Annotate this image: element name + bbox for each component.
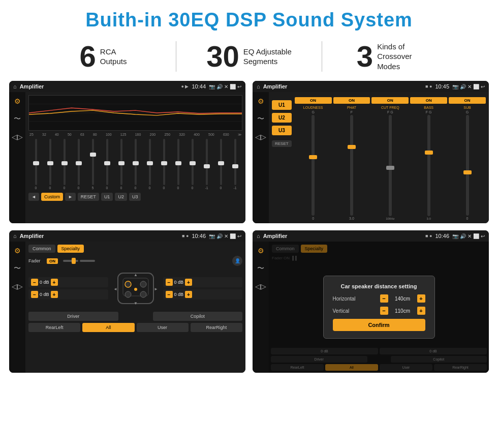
fader-sidebar-wave-icon[interactable]: 〜 <box>14 264 21 273</box>
cross-bass-header: ON <box>410 97 447 104</box>
spk-right2-val: 0 dB <box>174 292 184 297</box>
dialog-home-icon: ⌂ <box>257 233 260 239</box>
eq-status-icons: 📷 🔊 ✕ ⬜ ↩ <box>209 84 241 89</box>
fader-tab-specialty[interactable]: Specialty <box>57 245 84 253</box>
dialog-sidebar-wave-icon[interactable]: 〜 <box>257 264 264 273</box>
cross-loudness-slider[interactable] <box>312 115 315 216</box>
eq-u1-btn[interactable]: U1 <box>101 193 113 201</box>
cross-cutfreq-label: CUT FREQ <box>381 106 399 109</box>
dialog-status-icons: 📷 🔊 ✕ ⬜ ↩ <box>452 233 485 239</box>
fader-bottom-btns: Driver Copilot <box>28 312 242 321</box>
eq-u2-btn[interactable]: U2 <box>115 193 127 201</box>
spk-left2-plus[interactable]: + <box>51 291 58 298</box>
cross-sidebar-wave-icon[interactable]: 〜 <box>257 114 264 124</box>
eq-prev-btn[interactable]: ◄ <box>28 193 39 201</box>
svg-text:◄: ◄ <box>113 287 117 291</box>
fader-screen-content: Common Specialty Fader ON 👤 <box>25 242 245 373</box>
cross-time: 10:45 <box>435 83 449 89</box>
u-buttons-col: U1 U2 U3 RESET <box>272 95 292 220</box>
eq-reset-btn[interactable]: RESET <box>78 193 99 201</box>
eq-home-icon: ⌂ <box>13 83 17 89</box>
u1-button[interactable]: U1 <box>272 100 292 110</box>
cross-cutfreq-slider[interactable] <box>389 115 392 216</box>
fader-sidebar-eq-icon[interactable]: ⚙ <box>14 247 21 255</box>
eq-custom-btn[interactable]: Custom <box>41 193 63 201</box>
eq-sidebar-vol-icon[interactable]: ◁▷ <box>12 133 23 141</box>
dialog-horizontal-ctrl: − 140cm + <box>380 294 425 303</box>
eq-screen: ⌂ Amplifier ● ▶ 10:44 📷 🔊 ✕ ⬜ ↩ ⚙ 〜 ◁▷ <box>9 81 245 223</box>
dialog-horizontal-plus[interactable]: + <box>417 294 425 303</box>
dialog-confirm-button[interactable]: Confirm <box>333 319 425 331</box>
dialog-vertical-plus[interactable]: + <box>417 307 425 315</box>
cross-sidebar-eq-icon[interactable]: ⚙ <box>258 97 264 105</box>
stat-rca: 6 RCAOutputs <box>30 42 176 71</box>
cross-phat-slider[interactable] <box>350 115 353 216</box>
fader-person-icon: 👤 <box>235 258 240 263</box>
eq-sidebar-eq-icon[interactable]: ⚙ <box>14 97 21 105</box>
eq-slider-10: 0 <box>172 139 184 190</box>
dialog-vertical-label: Vertical <box>333 308 350 314</box>
dialog-sidebar-eq-icon[interactable]: ⚙ <box>258 247 264 255</box>
cross-sub-slider[interactable] <box>466 115 469 216</box>
cross-bass-slider[interactable] <box>427 115 430 216</box>
user-btn[interactable]: User <box>137 323 189 332</box>
eq-u3-btn[interactable]: U3 <box>129 193 141 201</box>
fader-home-icon: ⌂ <box>13 233 17 239</box>
fader-tab-common[interactable]: Common <box>28 245 55 253</box>
eq-slider-3: 0 <box>72 139 85 190</box>
dialog-sidebar-vol-icon[interactable]: ◁▷ <box>255 282 266 290</box>
rearleft-btn[interactable]: RearLeft <box>28 323 80 332</box>
eq-slider-5: 0 <box>101 139 113 190</box>
stat-eq-number: 30 <box>206 42 239 71</box>
dialog-screen-content: Common Specialty Fader ON ▐▐ Car speaker… <box>269 242 489 373</box>
spk-right1-minus[interactable]: − <box>166 279 173 286</box>
spk-left1-val: 0 dB <box>40 280 49 285</box>
fader-on-btn[interactable]: ON <box>47 258 58 264</box>
eq-slider-0: 0 <box>29 139 42 190</box>
eq-slider-11: 0 <box>186 139 199 190</box>
cross-bass-label: BASS <box>424 106 433 109</box>
eq-graph <box>28 95 242 131</box>
dialog-vertical-minus[interactable]: − <box>380 307 388 315</box>
u2-button[interactable]: U2 <box>272 113 292 123</box>
cross-loudness-header: ON <box>295 97 332 104</box>
eq-next-btn[interactable]: ► <box>65 193 76 201</box>
copilot-btn[interactable]: Copilot <box>153 312 243 321</box>
spk-ctrl-left1: − 0 dB + <box>28 277 108 287</box>
svg-point-7 <box>140 281 146 287</box>
eq-slider-8: 0 <box>143 139 156 190</box>
spk-right2-plus[interactable]: + <box>185 291 192 298</box>
all-btn[interactable]: All <box>82 323 134 332</box>
fader-status-icons: 📷 🔊 ✕ ⬜ ↩ <box>209 233 241 239</box>
spk-left1-plus[interactable]: + <box>51 279 58 286</box>
stat-rca-label: RCAOutputs <box>100 47 127 67</box>
rearright-btn[interactable]: RearRight <box>191 323 242 332</box>
eq-sidebar-wave-icon[interactable]: 〜 <box>14 114 21 124</box>
spk-ctrl-right1: − 0 dB + <box>163 277 243 287</box>
spk-right1-plus[interactable]: + <box>185 279 192 286</box>
eq-freq-labels: 25 32 40 50 63 80 100 125 160 200 250 32… <box>28 133 242 137</box>
screens-grid: ⌂ Amplifier ● ▶ 10:44 📷 🔊 ✕ ⬜ ↩ ⚙ 〜 ◁▷ <box>0 81 498 378</box>
dialog-title-bar: Amplifier <box>263 233 422 239</box>
fader-sidebar-vol-icon[interactable]: ◁▷ <box>12 282 23 290</box>
eq-bottom-bar: ◄ Custom ► RESET U1 U2 U3 <box>28 193 242 201</box>
dialog-horizontal-minus[interactable]: − <box>380 294 388 303</box>
spk-right2-minus[interactable]: − <box>166 291 173 298</box>
eq-slider-1: 0 <box>44 139 56 190</box>
spk-left2-val: 0 dB <box>40 292 49 297</box>
cross-col-loudness: ON LOUDNESS G 0 <box>295 97 332 220</box>
driver-btn[interactable]: Driver <box>28 312 118 321</box>
dialog-box-title: Car speaker distance setting <box>333 283 425 289</box>
eq-slider-13: 0 <box>214 139 227 190</box>
svg-text:►: ► <box>154 287 158 291</box>
fader-time: 10:46 <box>192 233 206 239</box>
cross-sidebar-vol-icon[interactable]: ◁▷ <box>255 133 266 141</box>
cross-reset-btn[interactable]: RESET <box>272 140 292 147</box>
spk-left1-minus[interactable]: − <box>31 279 38 286</box>
spk-left2-minus[interactable]: − <box>31 291 38 298</box>
stat-eq-label: EQ AdjustableSegments <box>243 47 292 67</box>
u3-button[interactable]: U3 <box>272 126 292 135</box>
cross-col-sub: ON SUB G 0 <box>449 97 486 220</box>
cross-sidebar: ⚙ 〜 ◁▷ <box>253 92 269 223</box>
eq-sliders: 0 0 0 0 5 <box>28 139 242 190</box>
